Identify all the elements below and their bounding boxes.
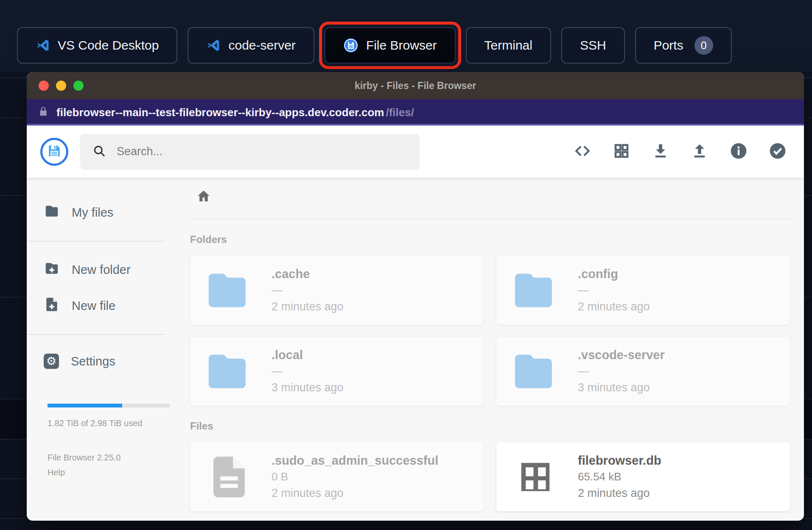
sidebar-item-settings[interactable]: ⚙ Settings: [27, 345, 174, 377]
url-domain: filebrowser--main--test-filebrowser--kir…: [56, 106, 384, 119]
window-title: kirby - Files - File Browser: [27, 80, 804, 92]
filebrowser-body: My files New folder New file ⚙ Settings …: [27, 178, 804, 521]
filebrowser-logo[interactable]: [40, 138, 68, 166]
file-name: .local: [272, 348, 344, 362]
folder-icon: [512, 352, 559, 391]
file-modified-time: 2 minutes ago: [272, 300, 344, 313]
floppy-disk-icon: [46, 143, 62, 161]
folder-icon: [44, 203, 60, 222]
file-section: Files .sudo_as_admin_successful 0 B 2 mi…: [190, 420, 790, 511]
tab-label: code-server: [228, 38, 295, 53]
file-name: .config: [578, 267, 650, 281]
tab-label: VS Code Desktop: [58, 38, 159, 53]
filebrowser-icon: [343, 38, 358, 53]
database-icon: [512, 459, 559, 495]
search-input[interactable]: [117, 145, 408, 158]
storage-usage: 1.82 TiB of 2.98 TiB used: [27, 404, 174, 428]
url-path: /files/: [386, 106, 414, 119]
tab-label: SSH: [580, 38, 606, 53]
settings-icon: ⚙: [44, 354, 59, 369]
lock-icon: [38, 106, 49, 119]
file-modified-time: 3 minutes ago: [272, 381, 344, 394]
workspace-topbar: VS Code Desktop code-server File Browser…: [0, 0, 812, 72]
folder-card-.vscode-server[interactable]: .vscode-server — 3 minutes ago: [496, 337, 790, 406]
storage-progress-fill: [48, 404, 122, 407]
sidebar-item-my-files[interactable]: My files: [27, 195, 174, 231]
file-name: .cache: [272, 267, 344, 281]
file-size: —: [578, 365, 665, 378]
sidebar: My files New folder New file ⚙ Settings …: [27, 178, 174, 521]
folder-card-.config[interactable]: .config — 2 minutes ago: [496, 256, 790, 325]
file-modified-time: 2 minutes ago: [578, 300, 650, 313]
folder-card-.cache[interactable]: .cache — 2 minutes ago: [190, 256, 484, 325]
download-button[interactable]: [651, 142, 670, 161]
tab-label: File Browser: [366, 38, 437, 53]
info-button[interactable]: [729, 142, 748, 161]
breadcrumb-home[interactable]: [190, 178, 211, 206]
sidebar-item-label: Settings: [71, 354, 115, 368]
toolbar-actions: [573, 142, 804, 161]
file-grid: .cache — 2 minutes ago .config — 2 minut…: [190, 256, 790, 406]
tab-file-browser[interactable]: File Browser: [325, 27, 456, 64]
file-name: filebrowser.db: [578, 454, 661, 468]
file-name: .sudo_as_admin_successful: [272, 454, 438, 468]
folder-icon: [512, 271, 559, 310]
upload-button[interactable]: [690, 142, 709, 161]
check-circle-icon: [768, 142, 787, 162]
zoom-window-button[interactable]: [73, 81, 84, 91]
grid-layout-icon: [613, 142, 630, 162]
tab-terminal[interactable]: Terminal: [466, 27, 551, 64]
tab-label: Terminal: [484, 38, 532, 53]
new-file-icon: [44, 296, 60, 315]
switch-view-code-button[interactable]: [573, 142, 592, 161]
file-modified-time: 2 minutes ago: [578, 487, 661, 500]
section-heading: Folders: [190, 234, 790, 245]
app-version: File Browser 2.25.0: [27, 453, 174, 463]
sidebar-item-label: My files: [72, 206, 113, 220]
file-card-filebrowser.db[interactable]: filebrowser.db 65.54 kB 2 minutes ago: [496, 442, 790, 511]
info-icon: [729, 142, 748, 162]
file-size: 0 B: [272, 470, 438, 483]
tab-code-server[interactable]: code-server: [188, 27, 314, 64]
storage-progress-track: [48, 404, 170, 407]
file-card-.sudo_as_admin_successful[interactable]: .sudo_as_admin_successful 0 B 2 minutes …: [190, 442, 484, 511]
file-modified-time: 3 minutes ago: [578, 381, 665, 394]
sidebar-item-label: New file: [72, 299, 115, 313]
tab-label: Ports: [654, 38, 683, 53]
select-multiple-button[interactable]: [768, 142, 787, 161]
sidebar-item-new-folder[interactable]: New folder: [27, 252, 174, 288]
file-section: Folders .cache — 2 minutes ago .config —…: [190, 234, 790, 406]
storage-usage-label: 1.82 TiB of 2.98 TiB used: [48, 418, 174, 428]
tab-vscode-desktop[interactable]: VS Code Desktop: [17, 27, 177, 64]
sidebar-item-label: New folder: [72, 263, 131, 277]
help-link[interactable]: Help: [27, 468, 65, 477]
home-icon: [196, 198, 211, 205]
sidebar-divider: [27, 241, 166, 242]
file-size: —: [578, 284, 650, 297]
vscode-icon: [206, 38, 221, 53]
browser-window: kirby - Files - File Browser filebrowser…: [27, 72, 804, 521]
file-size: 65.54 kB: [578, 470, 661, 483]
sidebar-divider: [27, 334, 166, 335]
search-icon: [92, 144, 106, 160]
ports-count-badge: 0: [694, 36, 713, 55]
minimize-window-button[interactable]: [56, 81, 66, 91]
tab-ports[interactable]: Ports 0: [635, 27, 732, 64]
folder-card-.local[interactable]: .local — 3 minutes ago: [190, 337, 484, 406]
tab-ssh[interactable]: SSH: [561, 27, 625, 64]
file-listing: Folders .cache — 2 minutes ago .config —…: [174, 178, 804, 521]
switch-view-grid-button[interactable]: [612, 142, 631, 161]
breadcrumb-divider: [190, 218, 790, 219]
document-icon: [205, 457, 253, 497]
file-size: —: [272, 284, 344, 297]
file-size: —: [272, 365, 344, 378]
browser-url-bar[interactable]: filebrowser--main--test-filebrowser--kir…: [27, 99, 804, 126]
close-window-button[interactable]: [39, 81, 49, 91]
sidebar-item-new-file[interactable]: New file: [27, 288, 174, 324]
file-grid: .sudo_as_admin_successful 0 B 2 minutes …: [190, 442, 790, 511]
file-modified-time: 2 minutes ago: [272, 487, 438, 500]
search-bar[interactable]: [80, 134, 420, 170]
download-icon: [652, 142, 669, 162]
new-folder-icon: [44, 260, 60, 279]
folder-icon: [205, 352, 253, 391]
